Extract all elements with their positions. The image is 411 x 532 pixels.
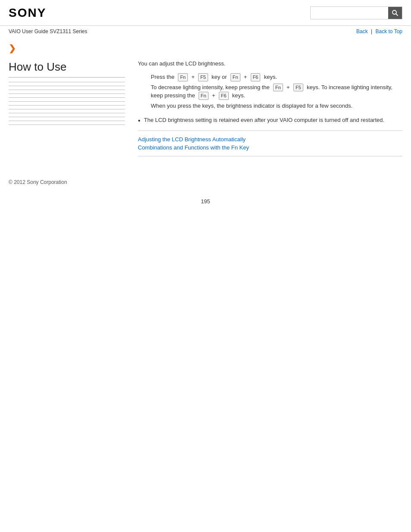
key-f5: F5 (198, 73, 208, 81)
content-divider-top (138, 131, 402, 131)
sidebar-item-4 (9, 93, 125, 94)
step-3: When you press the keys, the brightness … (151, 102, 402, 110)
page-footer: © 2012 Sony Corporation (0, 166, 411, 190)
search-button[interactable] (388, 7, 402, 19)
nav-separator: | (371, 28, 372, 34)
step-2: To decrease lighting intensity, keep pre… (151, 83, 402, 100)
sidebar-item-10 (9, 117, 125, 117)
note-text: The LCD brightness setting is retained e… (144, 116, 384, 124)
main-layout: How to Use You can adjust the LCD bright… (0, 56, 411, 166)
search-box (310, 6, 402, 19)
key-fn4: Fn (199, 92, 209, 100)
key-f5b: F5 (293, 84, 303, 92)
sidebar-item-8 (9, 109, 125, 109)
back-to-top-link[interactable]: Back to Top (376, 28, 402, 34)
key-f6b: F6 (219, 92, 229, 100)
page-header: SONY (0, 0, 411, 26)
sidebar: How to Use (9, 60, 134, 162)
steps-block: Press the Fn + F5 key or Fn + F6 keys. T… (151, 73, 402, 110)
related-link-2[interactable]: Combinations and Functions with the Fn K… (138, 144, 402, 151)
key-f6: F6 (251, 73, 261, 81)
step-1: Press the Fn + F5 key or Fn + F6 keys. (151, 73, 402, 81)
key-fn: Fn (178, 73, 188, 81)
note-item: ● The LCD brightness setting is retained… (138, 116, 402, 124)
sidebar-item-11 (9, 121, 125, 121)
breadcrumb: ❯ (0, 37, 411, 56)
sidebar-item-6 (9, 101, 125, 102)
search-icon (392, 9, 399, 16)
content-area: You can adjust the LCD brightness. Press… (134, 60, 402, 162)
sony-logo: SONY (9, 6, 46, 20)
sidebar-item-2 (9, 86, 125, 86)
sidebar-item-5 (9, 97, 125, 98)
bullet-icon: ● (138, 117, 140, 124)
content-intro: You can adjust the LCD brightness. (138, 60, 402, 67)
related-link-1[interactable]: Adjusting the LCD Brightness Automatical… (138, 136, 402, 143)
sidebar-item-1 (9, 82, 125, 82)
chevron-right-icon: ❯ (9, 44, 16, 53)
page-number: 195 (0, 190, 411, 209)
sidebar-item-3 (9, 90, 125, 90)
sidebar-title: How to Use (9, 60, 125, 74)
related-links: Adjusting the LCD Brightness Automatical… (138, 136, 402, 151)
search-input[interactable] (311, 7, 388, 19)
sidebar-item-7 (9, 105, 125, 106)
sidebar-divider-top (9, 77, 125, 78)
note-block: ● The LCD brightness setting is retained… (138, 116, 402, 124)
sidebar-item-9 (9, 113, 125, 113)
content-divider-bottom (138, 156, 402, 156)
nav-links: Back | Back to Top (356, 28, 402, 34)
back-link[interactable]: Back (356, 28, 368, 34)
svg-line-1 (396, 14, 398, 16)
guide-title: VAIO User Guide SVZ1311 Series (9, 28, 87, 34)
key-fn3: Fn (273, 84, 283, 92)
sub-header: VAIO User Guide SVZ1311 Series Back | Ba… (0, 26, 411, 37)
copyright: © 2012 Sony Corporation (9, 179, 67, 185)
sidebar-item-12 (9, 124, 125, 125)
key-fn2: Fn (230, 73, 240, 81)
